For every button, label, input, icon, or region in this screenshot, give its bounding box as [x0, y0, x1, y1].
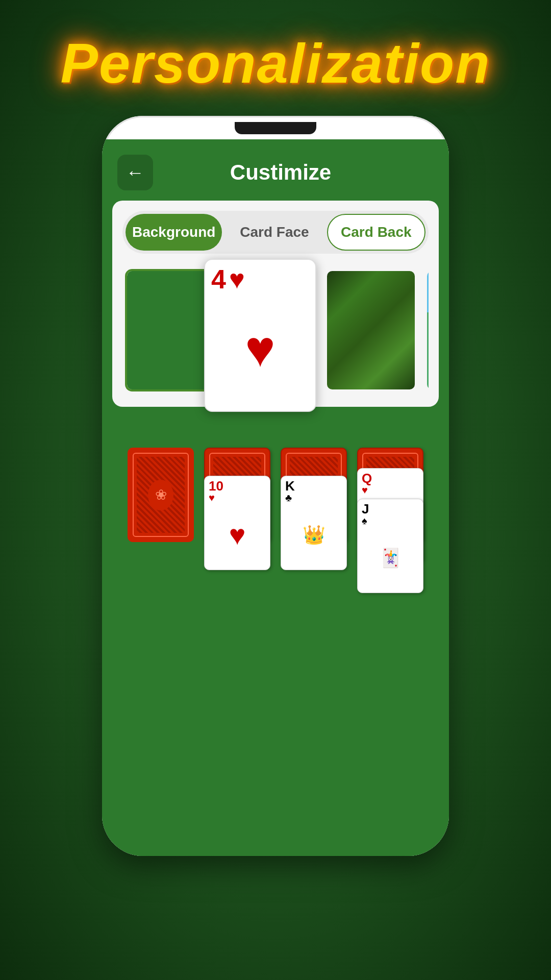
- phone-mockup: ← Custimize Background Card Face Card Ba…: [102, 116, 449, 856]
- preview-card-rank: 4: [211, 266, 226, 292]
- game-col-2: 10 ♥ ♥: [204, 448, 270, 570]
- preview-card-suit-top: ♥: [229, 266, 245, 292]
- bg-green-preview: [127, 271, 215, 389]
- game-col-4: Q ♥ 👸 J ♠ 🃏: [357, 448, 423, 591]
- customize-panel: Background Card Face Card Back: [112, 201, 439, 407]
- card-k-rank: K: [285, 479, 342, 493]
- card-j-center: 🃏: [362, 526, 419, 590]
- preview-card-center-suit: ♥: [245, 320, 275, 378]
- card-back-center: ❀: [148, 480, 173, 510]
- tab-card-back[interactable]: Card Back: [327, 214, 425, 251]
- card-k-clubs: K ♣ 👑: [281, 476, 347, 570]
- tab-background[interactable]: Background: [126, 214, 222, 251]
- card-10-suit: ♥: [209, 493, 266, 503]
- title-section: Personalization: [0, 0, 551, 116]
- game-col-3: K ♣ 👑: [281, 448, 347, 570]
- preview-card-center: ♥: [211, 292, 309, 405]
- app-header: ← Custimize: [102, 139, 449, 201]
- bg-option-flowers[interactable]: [425, 269, 429, 391]
- phone-notch: [235, 122, 316, 134]
- tab-card-face[interactable]: Card Face: [226, 214, 322, 251]
- card-10-center: ♥: [209, 503, 266, 567]
- card-q-suit: ♥: [362, 485, 419, 495]
- card-j-spades: J ♠ 🃏: [357, 499, 423, 593]
- game-area: ❀ 10 ♥ ♥: [102, 417, 449, 856]
- preview-card-rank-top: 4 ♥: [211, 266, 309, 292]
- card-j-suit: ♠: [362, 516, 419, 526]
- bg-option-green[interactable]: [125, 269, 217, 391]
- card-k-center: 👑: [285, 503, 342, 567]
- bg-options-container: 4 ♥ ♥: [122, 264, 429, 397]
- back-button[interactable]: ←: [117, 155, 153, 190]
- card-k-suit: ♣: [285, 493, 342, 503]
- phone-screen: ← Custimize Background Card Face Card Ba…: [102, 139, 449, 856]
- card-10-rank: 10: [209, 479, 266, 493]
- bg-option-leaves[interactable]: [325, 269, 417, 391]
- card-back-1: ❀: [128, 448, 194, 542]
- card-columns: ❀ 10 ♥ ♥: [128, 448, 423, 591]
- card-10-hearts: 10 ♥ ♥: [204, 476, 270, 570]
- preview-card-overlay: 4 ♥ ♥: [204, 259, 316, 412]
- tabs-row: Background Card Face Card Back: [122, 211, 429, 254]
- page-title: Personalization: [0, 31, 551, 95]
- card-q-rank: Q: [362, 472, 419, 485]
- game-col-1: ❀: [128, 448, 194, 542]
- card-j-rank: J: [362, 502, 419, 516]
- bg-leaves-preview: [327, 271, 415, 389]
- screen-title: Custimize: [163, 160, 398, 185]
- back-arrow-icon: ←: [126, 162, 144, 183]
